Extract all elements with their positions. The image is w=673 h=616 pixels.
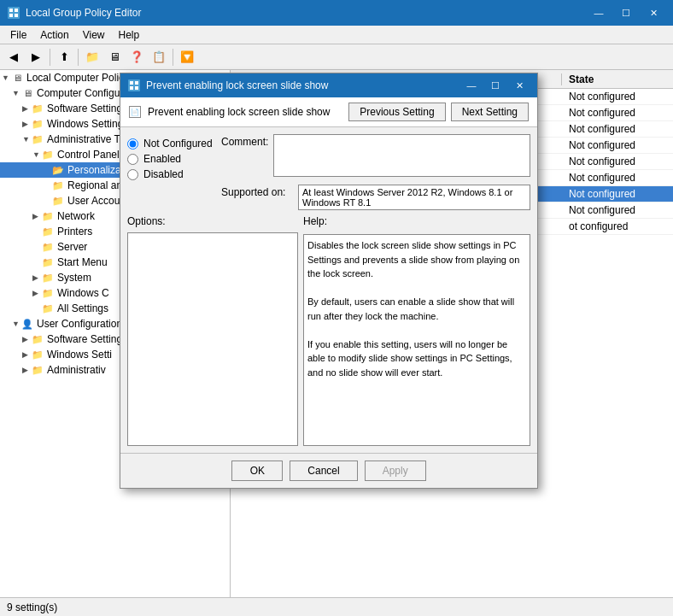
dialog-icon	[127, 79, 141, 92]
folder-icon: 📁	[41, 255, 55, 269]
maximize-button[interactable]: ☐	[613, 4, 639, 21]
folder-icon: 📁	[41, 209, 55, 223]
menu-view[interactable]: View	[76, 27, 112, 43]
menu-action[interactable]: Action	[33, 27, 75, 43]
comment-section: Comment: Supported on: At least Windows …	[221, 134, 530, 210]
window-controls: — ☐ ✕	[586, 4, 666, 21]
dialog-setting-icon: 📄	[129, 106, 141, 118]
options-label: Options:	[127, 215, 298, 227]
cancel-button[interactable]: Cancel	[290, 461, 357, 481]
folder-icon: 📁	[41, 286, 55, 300]
properties-btn[interactable]: 🖥	[104, 47, 125, 67]
window-title: Local Group Policy Editor	[26, 7, 586, 19]
menu-help[interactable]: Help	[112, 27, 147, 43]
expand-icon: ▼	[32, 150, 41, 159]
radio-section: Not Configured Enabled Disabled	[127, 134, 213, 210]
tree-label: Control Panel	[57, 149, 120, 161]
dialog-window-controls: — ☐ ✕	[460, 77, 530, 94]
status-bar: 9 setting(s)	[0, 597, 673, 616]
tree-label: User Configuration	[37, 318, 122, 330]
svg-rect-3	[9, 14, 13, 17]
status-text: 9 setting(s)	[7, 601, 57, 613]
comment-label: Comment:	[221, 134, 268, 148]
prev-setting-button[interactable]: Previous Setting	[348, 103, 445, 121]
expand-icon: ▶	[22, 104, 31, 113]
expand-icon	[32, 243, 41, 251]
radio-enabled-input[interactable]	[127, 154, 138, 165]
dialog-maximize-btn[interactable]: ☐	[484, 77, 506, 94]
help-textarea	[303, 234, 530, 446]
col-state-header: State	[562, 73, 673, 85]
tree-label: Software Settings	[47, 103, 127, 114]
new-btn[interactable]: 📋	[149, 47, 169, 67]
expand-icon: ▼	[22, 135, 31, 144]
tree-label: System	[57, 272, 91, 284]
apply-button[interactable]: Apply	[365, 461, 426, 481]
svg-rect-2	[15, 9, 18, 12]
expand-icon: ▶	[22, 335, 31, 343]
expand-icon	[32, 227, 41, 236]
tree-label: Start Menu	[57, 256, 108, 268]
close-button[interactable]: ✕	[641, 4, 666, 21]
supported-value: At least Windows Server 2012 R2, Windows…	[298, 185, 530, 210]
tree-label: Server	[57, 241, 87, 253]
radio-not-configured[interactable]: Not Configured	[127, 138, 213, 150]
supported-label: Supported on:	[221, 185, 298, 198]
row-state: Not configured	[562, 188, 673, 200]
tree-label: Windows C	[57, 287, 109, 299]
svg-rect-7	[135, 81, 138, 85]
title-bar: Local Group Policy Editor — ☐ ✕	[0, 0, 673, 26]
expand-icon	[32, 304, 41, 313]
tree-label: Software Settings	[47, 333, 127, 345]
radio-disabled[interactable]: Disabled	[127, 168, 213, 180]
folder-icon: 📁	[41, 302, 55, 315]
radio-not-configured-input[interactable]	[127, 138, 138, 150]
help-label: Help:	[303, 215, 530, 227]
expand-icon	[43, 181, 51, 190]
radio-enabled-label: Enabled	[143, 153, 181, 165]
expand-icon: ▶	[22, 120, 31, 128]
supported-section: Supported on: At least Windows Server 20…	[221, 185, 530, 210]
radio-enabled[interactable]: Enabled	[127, 153, 213, 165]
folder-icon: 📁	[41, 271, 55, 285]
up-button[interactable]: ⬆	[54, 47, 74, 67]
open-folder-icon: 📂	[51, 163, 65, 177]
next-setting-button[interactable]: Next Setting	[451, 103, 529, 121]
svg-rect-9	[135, 86, 138, 90]
minimize-button[interactable]: —	[586, 4, 612, 21]
computer-icon: 🖥	[20, 86, 34, 100]
radio-disabled-input[interactable]	[127, 169, 138, 180]
folder-icon: 📁	[51, 179, 65, 192]
row-state: Not configured	[562, 107, 673, 119]
folder-icon: 📁	[41, 240, 55, 254]
dialog-minimize-btn[interactable]: —	[460, 77, 483, 94]
expand-icon	[43, 166, 51, 174]
menu-file[interactable]: File	[3, 27, 33, 43]
svg-rect-1	[9, 9, 13, 12]
dialog[interactable]: Prevent enabling lock screen slide show …	[120, 73, 538, 489]
toolbar: ◀ ▶ ⬆ 📁 🖥 ❓ 📋 🔽	[0, 44, 673, 70]
row-state: Not configured	[562, 155, 673, 167]
radio-not-configured-label: Not Configured	[143, 138, 213, 150]
tree-label: All Settings	[57, 302, 108, 314]
computer-icon: 👤	[20, 317, 34, 331]
dialog-footer: OK Cancel Apply	[120, 453, 537, 488]
expand-icon	[43, 197, 51, 205]
dialog-title-bar: Prevent enabling lock screen slide show …	[120, 73, 537, 97]
back-button[interactable]: ◀	[3, 47, 24, 67]
comment-textarea[interactable]	[273, 134, 530, 177]
help-btn[interactable]: ❓	[126, 47, 147, 67]
dialog-close-btn[interactable]: ✕	[508, 77, 530, 94]
dialog-panels: Options: Help:	[127, 215, 530, 446]
folder-icon: 📁	[31, 332, 44, 346]
ok-button[interactable]: OK	[231, 461, 283, 481]
dialog-inner-header: 📄 Prevent enabling lock screen slide sho…	[120, 97, 537, 127]
filter-btn[interactable]: 🔽	[177, 47, 197, 67]
folder-icon: 📁	[31, 102, 44, 115]
tree-label: Administrativ	[47, 364, 106, 376]
folder-icon: 📁	[31, 132, 44, 146]
forward-button[interactable]: ▶	[26, 47, 46, 67]
row-state: ot configured	[562, 220, 673, 232]
expand-icon: ▶	[22, 350, 31, 359]
show-hide-btn[interactable]: 📁	[82, 47, 102, 67]
